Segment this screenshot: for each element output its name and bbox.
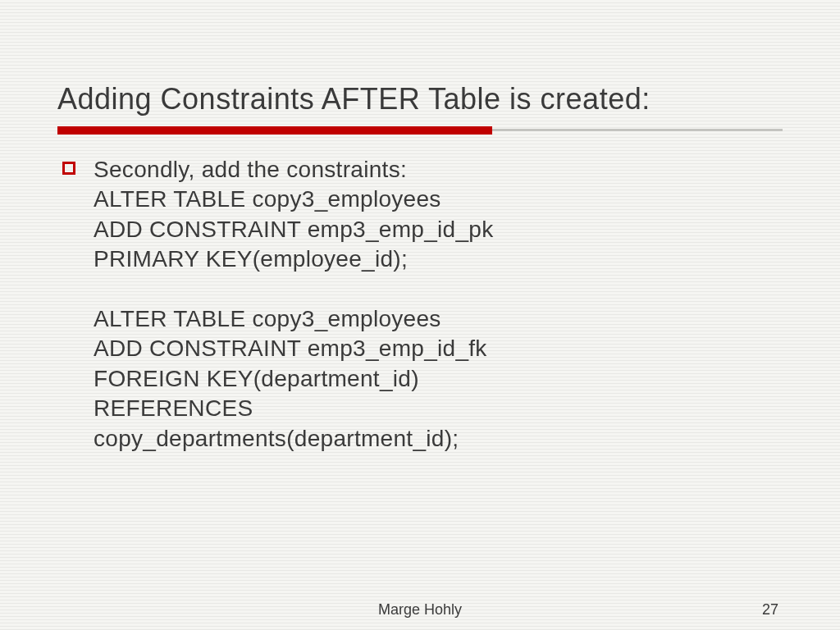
bullet-square-icon [62, 162, 75, 175]
slide-container: Adding Constraints AFTER Table is create… [0, 0, 840, 630]
code-line-4: ALTER TABLE copy3_employees [94, 306, 441, 331]
bullet-text-block: Secondly, add the constraints: ALTER TAB… [94, 155, 493, 454]
title-underline [57, 126, 783, 135]
content-area: Secondly, add the constraints: ALTER TAB… [57, 155, 783, 454]
code-line-1: ALTER TABLE copy3_employees [94, 186, 441, 212]
bullet-item: Secondly, add the constraints: ALTER TAB… [62, 155, 783, 454]
code-line-2: ADD CONSTRAINT emp3_emp_id_pk [94, 217, 493, 242]
code-line-5: ADD CONSTRAINT emp3_emp_id_fk [94, 336, 487, 361]
footer-page-number: 27 [762, 601, 778, 619]
title-underline-gray [492, 129, 783, 131]
title-underline-red [57, 126, 492, 135]
code-line-6: FOREIGN KEY(department_id) [94, 366, 419, 391]
bullet-intro-text: Secondly, add the constraints: [94, 157, 407, 182]
code-line-7: REFERENCES [94, 395, 253, 421]
slide-title: Adding Constraints AFTER Table is create… [57, 82, 783, 116]
code-line-3: PRIMARY KEY(employee_id); [94, 246, 408, 272]
code-line-8: copy_departments(department_id); [94, 426, 459, 451]
footer-author: Marge Hohly [378, 601, 462, 619]
